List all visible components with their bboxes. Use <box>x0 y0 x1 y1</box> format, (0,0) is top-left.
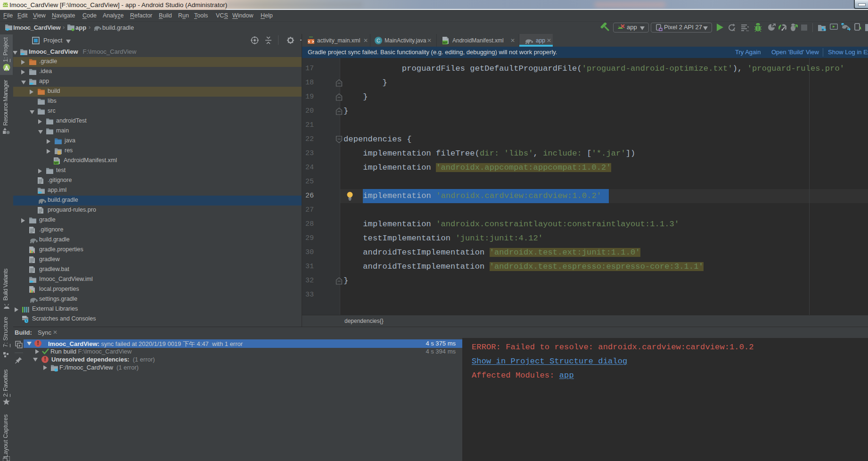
svg-text:MF: MF <box>443 41 448 44</box>
svg-text:A: A <box>732 28 735 32</box>
svg-text:C: C <box>377 38 380 43</box>
svg-text:MF: MF <box>54 161 58 165</box>
